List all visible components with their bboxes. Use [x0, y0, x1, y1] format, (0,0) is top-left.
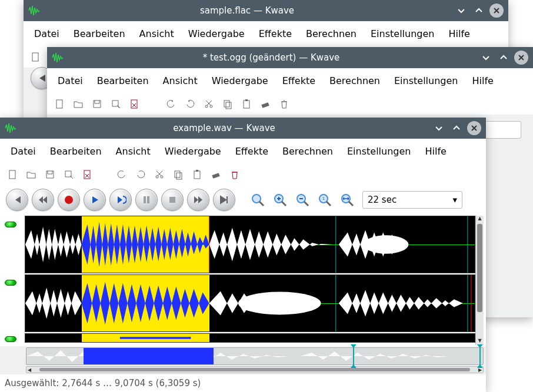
menu-berechnen[interactable]: Berechnen — [322, 72, 387, 90]
zoom-out-icon[interactable] — [294, 192, 311, 208]
menu-ansicht[interactable]: Ansicht — [132, 25, 181, 43]
redo-icon[interactable] — [134, 168, 147, 181]
svg-point-6 — [210, 105, 212, 108]
new-file-icon[interactable] — [53, 98, 66, 110]
save-icon[interactable] — [44, 168, 56, 181]
record-button[interactable] — [58, 189, 80, 211]
paste-icon[interactable] — [191, 168, 204, 181]
delete-icon[interactable] — [228, 168, 241, 181]
close-icon[interactable] — [514, 51, 528, 65]
loop-button[interactable] — [109, 189, 132, 211]
menu-wiedergabe[interactable]: Wiedergabe — [181, 25, 252, 43]
menu-hilfe[interactable]: Hilfe — [418, 142, 453, 160]
svg-line-35 — [349, 202, 353, 206]
menu-hilfe[interactable]: Hilfe — [441, 25, 477, 43]
menu-ansicht[interactable]: Ansicht — [156, 72, 205, 90]
goto-end-button[interactable] — [213, 189, 235, 211]
window-title: example.wav — Kwave — [20, 123, 428, 133]
hscroll-thumb[interactable] — [39, 368, 470, 371]
undo-icon[interactable] — [165, 98, 178, 110]
overview-marker-2[interactable] — [479, 346, 481, 366]
minimize-icon[interactable] — [432, 121, 446, 135]
menu-datei[interactable]: Datei — [51, 72, 90, 90]
menu-effekte[interactable]: Effekte — [252, 25, 299, 43]
play-button[interactable] — [84, 189, 106, 211]
menu-ansicht[interactable]: Ansicht — [109, 142, 158, 160]
menu-datei[interactable]: Datei — [27, 25, 66, 43]
new-file-icon[interactable] — [6, 168, 19, 181]
copy-icon[interactable] — [221, 98, 234, 110]
maximize-icon[interactable] — [472, 4, 486, 18]
menu-wiedergabe[interactable]: Wiedergabe — [158, 142, 228, 160]
cut-icon[interactable] — [153, 168, 166, 181]
zoom-all-icon[interactable] — [339, 192, 355, 208]
zoom-1to1-icon[interactable]: 1 — [317, 192, 333, 208]
stop-button[interactable] — [161, 189, 184, 211]
zoom-reset-icon[interactable] — [249, 192, 266, 208]
save-icon[interactable] — [91, 98, 104, 110]
menu-berechnen[interactable]: Berechnen — [275, 142, 340, 160]
menubar-mid: Datei Bearbeiten Ansicht Wiedergabe Effe… — [47, 68, 533, 93]
menu-hilfe[interactable]: Hilfe — [465, 72, 500, 90]
rewind-button[interactable] — [32, 189, 54, 211]
minimize-icon[interactable] — [479, 51, 493, 65]
menu-datei[interactable]: Datei — [4, 142, 43, 160]
horizontal-scrollbar[interactable]: ◀ ▶ — [26, 366, 484, 373]
menu-bearbeiten[interactable]: Bearbeiten — [66, 25, 132, 43]
menu-bearbeiten[interactable]: Bearbeiten — [90, 72, 156, 90]
overview-selection[interactable] — [84, 348, 214, 364]
scroll-left-icon[interactable]: ◀ — [26, 367, 32, 373]
menu-effekte[interactable]: Effekte — [275, 72, 322, 90]
menu-einstellungen[interactable]: Einstellungen — [387, 72, 465, 90]
maximize-icon[interactable] — [449, 121, 464, 135]
menu-bearbeiten[interactable]: Bearbeiten — [43, 142, 109, 160]
maximize-icon[interactable] — [497, 51, 511, 65]
copy-icon[interactable] — [172, 168, 185, 181]
close-file-icon[interactable] — [81, 168, 94, 181]
menu-wiedergabe[interactable]: Wiedergabe — [205, 72, 275, 90]
close-icon[interactable] — [489, 4, 504, 18]
scroll-down-icon[interactable]: ▼ — [477, 338, 482, 345]
titlebar-back[interactable]: sample.flac — Kwave — [24, 0, 508, 21]
goto-start-button[interactable] — [6, 189, 28, 211]
menu-berechnen[interactable]: Berechnen — [299, 25, 364, 43]
zoom-in-icon[interactable] — [272, 192, 288, 208]
paste-icon[interactable] — [240, 98, 253, 110]
scroll-up-icon[interactable]: ▲ — [477, 216, 482, 223]
menu-einstellungen[interactable]: Einstellungen — [340, 142, 418, 160]
track-2[interactable] — [25, 274, 475, 332]
svg-rect-4 — [131, 100, 137, 108]
track2-lamp[interactable] — [5, 280, 16, 286]
new-file-icon[interactable] — [29, 51, 42, 63]
undo-icon[interactable] — [115, 168, 128, 181]
menu-einstellungen[interactable]: Einstellungen — [364, 25, 441, 43]
delete-icon[interactable] — [278, 98, 291, 110]
forward-button[interactable] — [187, 189, 209, 211]
erase-icon[interactable] — [209, 168, 222, 181]
zoom-select[interactable]: 22 sec ▾ — [362, 191, 462, 209]
erase-icon[interactable] — [259, 98, 272, 110]
save-as-icon[interactable] — [62, 168, 75, 181]
svg-rect-0 — [32, 53, 38, 61]
vertical-scrollbar[interactable]: ▲ ▼ — [475, 216, 484, 345]
track-1[interactable] — [25, 216, 475, 273]
scroll-thumb[interactable] — [477, 224, 482, 312]
minimize-icon[interactable] — [454, 4, 468, 18]
overview-bar[interactable] — [26, 347, 484, 365]
titlebar-front[interactable]: example.wav — Kwave — [0, 118, 486, 139]
titlebar-mid[interactable]: * test.ogg (geändert) — Kwave — [47, 47, 533, 68]
close-icon[interactable] — [467, 121, 481, 135]
cut-icon[interactable] — [202, 98, 215, 110]
status-text: Ausgewählt: 2,7644 s … 9,0704 s (6,3059 … — [5, 378, 201, 388]
track-3[interactable] — [25, 333, 475, 343]
save-as-icon[interactable] — [109, 98, 122, 110]
redo-icon[interactable] — [184, 98, 196, 110]
track3-lamp[interactable] — [5, 336, 16, 342]
overview-marker-1[interactable] — [353, 346, 354, 366]
open-file-icon[interactable] — [25, 168, 38, 181]
close-file-icon[interactable] — [128, 98, 141, 110]
pause-button[interactable] — [135, 189, 158, 211]
open-file-icon[interactable] — [72, 98, 85, 110]
track1-lamp[interactable] — [5, 222, 16, 227]
menu-effekte[interactable]: Effekte — [228, 142, 275, 160]
